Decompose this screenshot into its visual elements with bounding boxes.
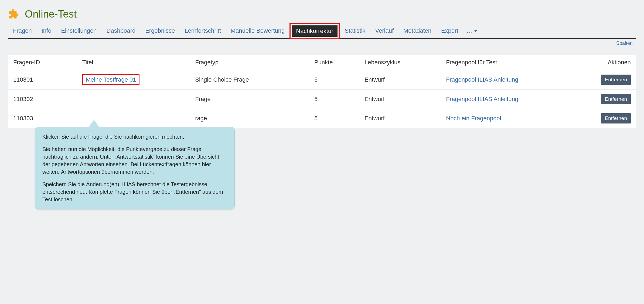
callout-body: Klicken Sie auf die Frage, die Sie nachk…	[35, 127, 235, 133]
cell-lifecycle: Entwurf	[360, 109, 441, 128]
ellipsis-label: …	[466, 27, 472, 34]
cell-points: 5	[309, 109, 360, 128]
page-header: Online-Test	[8, 5, 636, 23]
remove-button[interactable]: Entfernen	[601, 113, 631, 123]
tab-highlight-box: Nachkorrektur	[289, 23, 340, 39]
cell-pool: Noch ein Fragenpool	[441, 109, 585, 128]
question-title-link[interactable]: Meine Testfrage 01	[86, 76, 136, 83]
questions-table: Fragen-ID Titel Fragetyp Punkte Lebenszy…	[8, 55, 636, 128]
cell-actions: Entfernen	[585, 70, 636, 90]
remove-button[interactable]: Entfernen	[601, 94, 631, 104]
cell-title: Meine Testfrage 01	[77, 70, 190, 90]
columns-link-row: Spalten	[8, 39, 636, 47]
tab-info[interactable]: Info	[37, 25, 56, 37]
tab-ergebnisse[interactable]: Ergebnisse	[140, 25, 180, 37]
puzzle-icon	[8, 8, 20, 20]
table-row: 110301 Meine Testfrage 01 Single Choice …	[8, 70, 636, 90]
cell-id: 110301	[8, 70, 77, 90]
cell-pool: Fragenpool ILIAS Anleitung	[441, 70, 585, 90]
callout-arrow-icon	[89, 120, 99, 127]
pool-link[interactable]: Fragenpool ILIAS Anleitung	[446, 96, 518, 102]
caret-down-icon	[474, 30, 477, 32]
tab-bar: Fragen Info Einstellungen Dashboard Erge…	[8, 23, 636, 39]
tab-manuelle-bewertung[interactable]: Manuelle Bewertung	[226, 25, 290, 37]
th-lifecycle: Lebenszyklus	[360, 55, 441, 70]
page-title: Online-Test	[25, 8, 77, 20]
cell-actions: Entfernen	[585, 109, 636, 128]
cell-pool: Fragenpool ILIAS Anleitung	[441, 90, 585, 109]
cell-points: 5	[309, 70, 360, 90]
th-id: Fragen-ID	[8, 55, 77, 70]
tab-statistik[interactable]: Statistik	[340, 25, 370, 37]
tab-export[interactable]: Export	[436, 25, 463, 37]
cell-type: Frage	[190, 90, 309, 109]
columns-link[interactable]: Spalten	[616, 41, 633, 46]
cell-type: Single Choice Frage	[190, 70, 309, 90]
title-highlight-box: Meine Testfrage 01	[82, 74, 140, 85]
callout-p1: Klicken Sie auf die Frage, die Sie nachk…	[42, 133, 227, 133]
cell-points: 5	[309, 90, 360, 109]
cell-id: 110302	[8, 90, 77, 109]
tab-lernfortschritt[interactable]: Lernfortschritt	[180, 25, 226, 37]
table-container: Fragen-ID Titel Fragetyp Punkte Lebenszy…	[8, 55, 636, 128]
cell-lifecycle: Entwurf	[360, 90, 441, 109]
pool-link[interactable]: Fragenpool ILIAS Anleitung	[446, 76, 518, 83]
remove-button[interactable]: Entfernen	[601, 75, 631, 85]
tab-metadaten[interactable]: Metadaten	[398, 25, 436, 37]
tab-more-menu[interactable]: …	[463, 25, 481, 37]
cell-lifecycle: Entwurf	[360, 70, 441, 90]
th-points: Punkte	[309, 55, 360, 70]
th-actions: Aktionen	[585, 55, 636, 70]
th-pool: Fragenpool für Test	[441, 55, 585, 70]
tab-einstellungen[interactable]: Einstellungen	[56, 25, 101, 37]
th-type: Fragetyp	[190, 55, 309, 70]
help-callout: Klicken Sie auf die Frage, die Sie nachk…	[35, 120, 235, 133]
tab-nachkorrektur[interactable]: Nachkorrektur	[292, 25, 338, 37]
th-title: Titel	[77, 55, 190, 70]
tab-fragen[interactable]: Fragen	[8, 25, 37, 37]
cell-title	[77, 90, 190, 109]
pool-link[interactable]: Noch ein Fragenpool	[446, 115, 501, 122]
cell-actions: Entfernen	[585, 90, 636, 109]
tab-verlauf[interactable]: Verlauf	[370, 25, 399, 37]
tab-dashboard[interactable]: Dashboard	[102, 25, 141, 37]
table-row: 110302 Frage 5 Entwurf Fragenpool ILIAS …	[8, 90, 636, 109]
